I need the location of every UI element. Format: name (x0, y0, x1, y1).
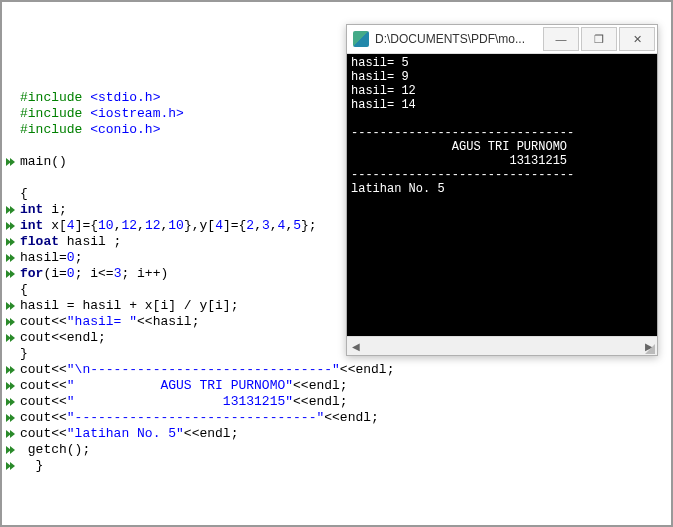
code-line[interactable]: cout<<" AGUS TRI PURNOMO"<<endl; (2, 378, 671, 394)
executable-line-icon (5, 397, 15, 407)
console-output: hasil= 5 hasil= 9 hasil= 12 hasil= 14 --… (347, 54, 657, 336)
code-line[interactable]: cout<<"-------------------------------"<… (2, 410, 671, 426)
breakpoint-gutter[interactable] (2, 221, 18, 231)
horizontal-scrollbar[interactable]: ◀ ▶ (347, 336, 657, 355)
executable-line-icon (5, 237, 15, 247)
breakpoint-gutter[interactable] (2, 317, 18, 327)
code-text: hasil = hasil + x[i] / y[i]; (18, 298, 238, 314)
breakpoint-gutter[interactable] (2, 301, 18, 311)
code-line[interactable]: } (2, 458, 671, 474)
executable-line-icon (5, 461, 15, 471)
executable-line-icon (5, 365, 15, 375)
executable-line-icon (5, 301, 15, 311)
breakpoint-gutter[interactable] (2, 205, 18, 215)
breakpoint-gutter[interactable] (2, 365, 18, 375)
executable-line-icon (5, 205, 15, 215)
code-line[interactable]: cout<<"\n-------------------------------… (2, 362, 671, 378)
code-text: for(i=0; i<=3; i++) (18, 266, 168, 282)
code-text: #include <conio.h> (18, 122, 160, 138)
code-text: cout<<"hasil= "<<hasil; (18, 314, 199, 330)
code-text: float hasil ; (18, 234, 121, 250)
executable-line-icon (5, 445, 15, 455)
code-line[interactable]: cout<<"latihan No. 5"<<endl; (2, 426, 671, 442)
executable-line-icon (5, 221, 15, 231)
console-window: D:\DOCUMENTS\PDF\mo... — ❐ ✕ hasil= 5 ha… (346, 24, 658, 356)
breakpoint-gutter[interactable] (2, 445, 18, 455)
close-button[interactable]: ✕ (619, 27, 655, 51)
breakpoint-gutter[interactable] (2, 429, 18, 439)
executable-line-icon (5, 429, 15, 439)
code-text: } (18, 346, 28, 362)
breakpoint-gutter[interactable] (2, 461, 18, 471)
code-text: cout<<"-------------------------------"<… (18, 410, 379, 426)
breakpoint-gutter[interactable] (2, 269, 18, 279)
executable-line-icon (5, 413, 15, 423)
code-text: cout<<" 13131215"<<endl; (18, 394, 348, 410)
code-text: cout<<"latihan No. 5"<<endl; (18, 426, 238, 442)
code-text: getch(); (18, 442, 90, 458)
code-text: int i; (18, 202, 67, 218)
minimize-button[interactable]: — (543, 27, 579, 51)
code-text: hasil=0; (18, 250, 82, 266)
code-text: #include <stdio.h> (18, 90, 160, 106)
breakpoint-gutter[interactable] (2, 381, 18, 391)
code-text: int x[4]={10,12,12,10},y[4]={2,3,4,5}; (18, 218, 317, 234)
executable-line-icon (5, 317, 15, 327)
breakpoint-gutter[interactable] (2, 157, 18, 167)
code-line[interactable]: cout<<" 13131215"<<endl; (2, 394, 671, 410)
titlebar[interactable]: D:\DOCUMENTS\PDF\mo... — ❐ ✕ (347, 25, 657, 54)
breakpoint-gutter[interactable] (2, 253, 18, 263)
code-text: main() (18, 154, 67, 170)
code-text: { (18, 186, 28, 202)
executable-line-icon (5, 157, 15, 167)
executable-line-icon (5, 333, 15, 343)
breakpoint-gutter[interactable] (2, 333, 18, 343)
executable-line-icon (5, 381, 15, 391)
code-text: cout<<endl; (18, 330, 106, 346)
code-text: #include <iostream.h> (18, 106, 184, 122)
scroll-track[interactable] (364, 338, 640, 355)
breakpoint-gutter[interactable] (2, 413, 18, 423)
maximize-button[interactable]: ❐ (581, 27, 617, 51)
code-text: } (18, 458, 43, 474)
scroll-left-icon[interactable]: ◀ (347, 338, 364, 355)
app-icon (353, 31, 369, 47)
executable-line-icon (5, 269, 15, 279)
code-line[interactable]: getch(); (2, 442, 671, 458)
executable-line-icon (5, 253, 15, 263)
breakpoint-gutter[interactable] (2, 397, 18, 407)
code-text: { (18, 282, 28, 298)
resize-grip-icon[interactable] (643, 342, 655, 354)
breakpoint-gutter[interactable] (2, 237, 18, 247)
code-text: cout<<"\n-------------------------------… (18, 362, 394, 378)
code-text: cout<<" AGUS TRI PURNOMO"<<endl; (18, 378, 348, 394)
window-title: D:\DOCUMENTS\PDF\mo... (375, 32, 543, 46)
